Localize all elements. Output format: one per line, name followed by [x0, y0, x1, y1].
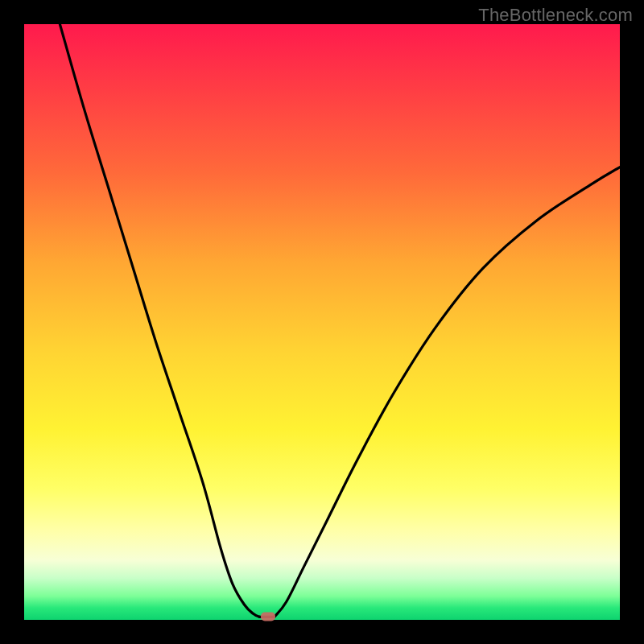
optimal-marker	[261, 612, 275, 621]
curve-left-branch	[60, 24, 259, 617]
watermark-text: TheBottleneck.com	[478, 5, 633, 26]
chart-frame: TheBottleneck.com	[0, 0, 644, 644]
bottleneck-curve	[24, 24, 620, 620]
plot-area	[24, 24, 620, 620]
curve-right-branch	[275, 167, 620, 617]
